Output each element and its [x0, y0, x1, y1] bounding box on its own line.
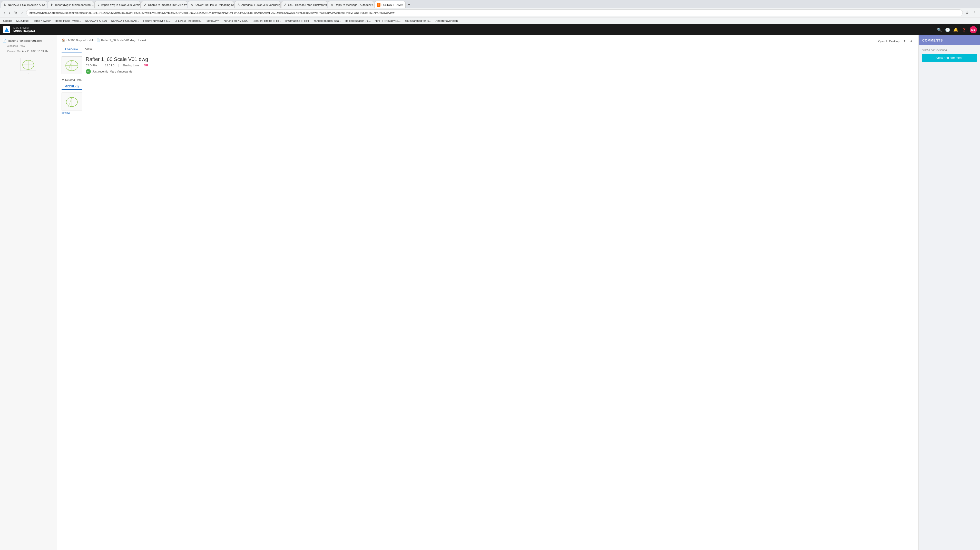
- topbar-icons: 🔍 🕐 🔔 ❓ MY: [937, 26, 977, 33]
- bookmark-melcloud[interactable]: MElCloud: [15, 19, 30, 23]
- breadcrumb: 🏠 › M906 Breydel › Hull › 📄 Rafter 1_60 …: [62, 38, 146, 42]
- tab-5-favicon: A: [190, 3, 194, 7]
- breadcrumb-row: 🏠 › M906 Breydel › Hull › 📄 Rafter 1_60 …: [62, 38, 913, 44]
- bookmark-photoshop[interactable]: LFL #31] Photoshop...: [174, 19, 204, 23]
- tab-6[interactable]: A Autodesk Fusion 360 voordelig... ×: [234, 1, 281, 8]
- user-avatar-small: M: [86, 69, 91, 74]
- related-data-section: ▼ Related Data MODEL (1) ⊞ View: [62, 78, 913, 114]
- back-button[interactable]: ‹: [2, 10, 6, 16]
- tab-9-fusion-team[interactable]: F FUSION TEAM ×: [375, 1, 406, 8]
- comments-start-text: Start a conversation...: [922, 48, 977, 52]
- tab-9-close[interactable]: ×: [401, 3, 403, 7]
- tab-7-favicon: A: [283, 3, 287, 7]
- tab-7-label: cs6 - How do I stop Illustrator fr...: [288, 3, 327, 6]
- view-comment-button[interactable]: View and comment: [922, 54, 977, 62]
- bookmark-forum[interactable]: Forum: Novacyt + N...: [142, 19, 172, 23]
- tab-8[interactable]: A Reply to Message - Autodesk C... ×: [328, 1, 374, 8]
- bookmark-motogp[interactable]: MotoGP™: [205, 19, 221, 23]
- breadcrumb-section[interactable]: Hull: [89, 39, 93, 42]
- bookmark-searched[interactable]: You searched for tu...: [404, 19, 432, 23]
- sidebar-preview: [0, 57, 56, 72]
- sidebar-created-row: Created On: Apr 21, 2021 10:33 PM: [0, 49, 56, 55]
- tab-6-favicon: A: [237, 3, 240, 7]
- project-info: MSO Breydel M906 Breydel: [13, 26, 35, 33]
- tab-1[interactable]: N NOVACYT Cours Action ALNOI... ×: [1, 1, 47, 8]
- bell-icon[interactable]: 🔔: [953, 27, 958, 32]
- download-button[interactable]: ⬇: [909, 38, 913, 44]
- sidebar-created-label: Created On:: [7, 50, 21, 53]
- user-avatar[interactable]: MY: [970, 26, 977, 33]
- tab-3[interactable]: b import dwg in fusion 360 versio... ×: [94, 1, 141, 8]
- bookmark-google[interactable]: Google: [2, 19, 13, 23]
- tab-8-label: Reply to Message - Autodesk C...: [335, 3, 374, 6]
- extensions-button[interactable]: ⚙: [964, 10, 970, 16]
- bookmark-andere[interactable]: Andere favorieten: [434, 19, 459, 23]
- reload-button[interactable]: ↻: [13, 10, 19, 16]
- new-tab-button[interactable]: +: [406, 2, 412, 7]
- bookmark-cnwimaging[interactable]: cnwimaging | Flickr: [284, 19, 310, 23]
- bookmark-twitter[interactable]: Home / Twitter: [32, 19, 52, 23]
- search-icon[interactable]: 🔍: [937, 27, 942, 32]
- main-layout: 📄 Rafter 1_60 Scale V01.dwg ··· Autodesk…: [0, 35, 980, 550]
- tab-6-label: Autodesk Fusion 360 voordelig...: [242, 3, 281, 6]
- sidebar-file-type-row: Autodesk DWG: [0, 44, 56, 49]
- left-sidebar: 📄 Rafter 1_60 Scale V01.dwg ··· Autodesk…: [0, 35, 56, 550]
- tab-2[interactable]: b import dwg in fusion does not ... ×: [48, 1, 94, 8]
- open-desktop-button[interactable]: Open In Desktop: [877, 39, 900, 44]
- model-preview-thumb[interactable]: [62, 92, 82, 111]
- sharing-label: Sharing Links:: [123, 64, 140, 67]
- home-button[interactable]: ⌂: [20, 10, 25, 16]
- bookmark-yandex[interactable]: Yandex.Images: sea...: [312, 19, 342, 23]
- model-view-label[interactable]: ⊞ View: [62, 111, 87, 114]
- tab-4-label: Unable to import a DWG file fro...: [148, 3, 187, 6]
- content-area: 🏠 › M906 Breydel › Hull › 📄 Rafter 1_60 …: [56, 35, 918, 550]
- app-container: MSO Breydel M906 Breydel 🔍 🕐 🔔 ❓ MY 📄 Ra…: [0, 24, 980, 550]
- bookmark-nvidia[interactable]: NVLink on NVIDIA...: [223, 19, 250, 23]
- tab-7[interactable]: A cs6 - How do I stop Illustrator fr... …: [281, 1, 327, 8]
- breadcrumb-project[interactable]: M906 Breydel: [68, 39, 86, 42]
- app-logo: [3, 26, 10, 33]
- tab-9-label: FUSION TEAM: [382, 3, 401, 6]
- related-data-label: ▼ Related Data: [62, 78, 81, 81]
- bookmark-homepage[interactable]: Home Page - Watc...: [54, 19, 82, 23]
- help-icon[interactable]: ❓: [961, 27, 967, 32]
- tab-5[interactable]: A Solved: Re: Issue Uploading DW... ×: [188, 1, 234, 8]
- file-user-row: M Just recently Marc Vandesande: [86, 69, 148, 74]
- sharing-value[interactable]: Off: [144, 64, 148, 67]
- bookmark-bootseason[interactable]: Its boot season 71...: [344, 19, 372, 23]
- breadcrumb-file[interactable]: Rafter 1_60 Scale V01.dwg: [101, 39, 135, 42]
- sidebar-file-type-label: Autodesk DWG: [7, 44, 54, 48]
- bookmarks-bar: Google MElCloud Home / Twitter Home Page…: [0, 17, 980, 24]
- app-logo-icon: [4, 27, 9, 32]
- tab-3-label: import dwg in fusion 360 versio...: [101, 3, 141, 6]
- related-data-header[interactable]: ▼ Related Data: [62, 78, 913, 81]
- tab-view[interactable]: View: [81, 46, 95, 53]
- menu-button[interactable]: ⋮: [971, 10, 978, 16]
- sidebar-created-date: Apr 21, 2021 10:33 PM: [22, 50, 48, 53]
- sidebar-file-item[interactable]: 📄 Rafter 1_60 Scale V01.dwg ···: [0, 37, 56, 44]
- tab-8-favicon: A: [330, 3, 334, 7]
- share-button[interactable]: ⬆: [902, 38, 907, 44]
- tab-9-favicon: F: [377, 3, 380, 7]
- bookmark-pitgirls[interactable]: Search: pitgirls | Flic...: [253, 19, 282, 23]
- tab-overview[interactable]: Overview: [62, 46, 81, 53]
- file-type-label: CAD File: [86, 64, 97, 67]
- tab-2-favicon: b: [50, 3, 54, 7]
- tab-4-favicon: A: [143, 3, 147, 7]
- tab-4[interactable]: A Unable to import a DWG file fro... ×: [141, 1, 187, 8]
- forward-button[interactable]: ›: [8, 10, 12, 16]
- file-preview-thumbnail: [62, 56, 82, 74]
- bookmark-novacyt1[interactable]: NOVACYT € Il.70: [84, 19, 108, 23]
- model-tab-1[interactable]: MODEL (1): [62, 84, 82, 90]
- bookmark-novacyt2[interactable]: NOVACYT Cours Ac...: [110, 19, 140, 23]
- clock-icon[interactable]: 🕐: [945, 27, 950, 32]
- breadcrumb-sep-3: ›: [94, 39, 95, 42]
- file-dwg-preview-svg: [63, 58, 81, 73]
- model-card: ⊞ View: [62, 92, 87, 114]
- project-name: M906 Breydel: [13, 29, 35, 33]
- breadcrumb-home[interactable]: 🏠: [62, 38, 65, 42]
- address-bar[interactable]: https://skynet612.autodesk360.com/g/proj…: [26, 10, 963, 16]
- sidebar-more-button[interactable]: ···: [51, 39, 54, 42]
- comments-title: COMMENTS: [922, 38, 943, 42]
- bookmark-nvyit[interactable]: NVYIT | Novacyt S...: [374, 19, 401, 23]
